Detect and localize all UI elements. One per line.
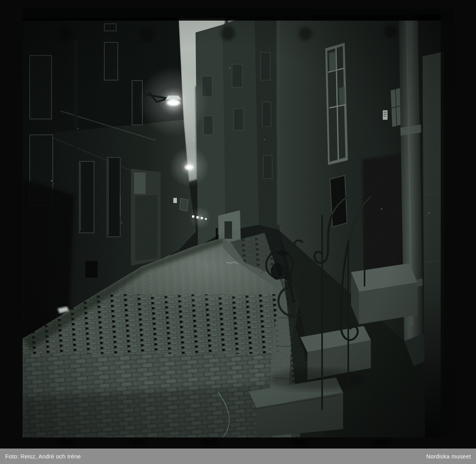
film-punch-mark bbox=[291, 439, 309, 445]
film-punch-mark bbox=[58, 439, 76, 445]
caption-photographer: Foto: Reisz, André och Irène bbox=[5, 453, 81, 460]
caption-museum: Nordiska museet bbox=[426, 453, 471, 460]
film-punch-mark bbox=[200, 439, 218, 445]
film-punch-mark bbox=[372, 439, 390, 445]
caption-bar: Foto: Reisz, André och Irène Nordiska mu… bbox=[0, 449, 476, 464]
film-punch-mark bbox=[128, 439, 146, 445]
film-frame: Foto: Reisz, André och Irène Nordiska mu… bbox=[0, 0, 476, 464]
vignette bbox=[23, 9, 454, 437]
photograph bbox=[23, 9, 454, 437]
